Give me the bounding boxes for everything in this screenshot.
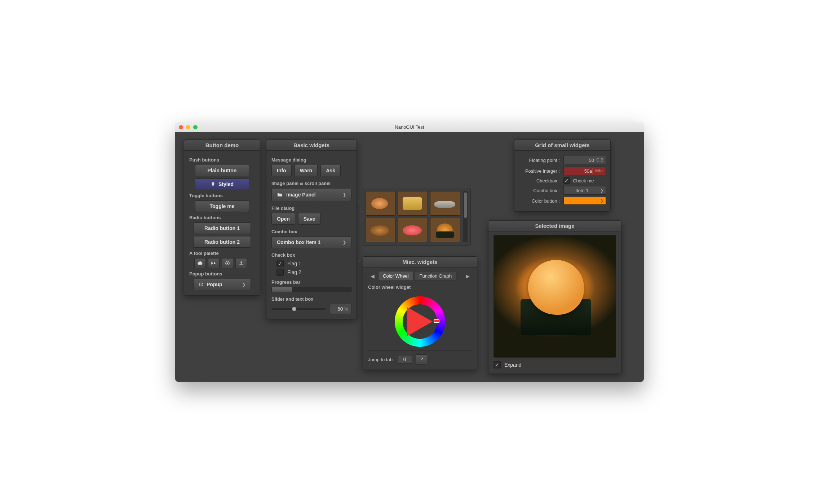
- grid-combo[interactable]: Item 1❯: [563, 186, 606, 195]
- popup-arrow-icon: [357, 198, 362, 205]
- chevron-right-icon: ❯: [600, 199, 603, 203]
- tool-ff-button[interactable]: [208, 258, 220, 268]
- label-file-dialog: File dialog: [271, 205, 351, 211]
- int-input[interactable]: 50aMhz: [563, 167, 606, 175]
- tool-install-button[interactable]: [235, 258, 247, 268]
- slider-knob[interactable]: [292, 306, 297, 311]
- info-button[interactable]: Info: [271, 165, 292, 176]
- radio-button-2[interactable]: Radio button 2: [193, 236, 251, 248]
- expand-checkbox[interactable]: [493, 361, 501, 368]
- label-popup-buttons: Popup buttons: [189, 271, 255, 277]
- panel-grid-widgets[interactable]: Grid of small widgets Floating point : 5…: [514, 140, 611, 212]
- label-toggle-buttons: Toggle buttons: [189, 193, 255, 198]
- float-input[interactable]: 50GiB: [563, 156, 606, 164]
- zoom-icon[interactable]: [193, 125, 198, 129]
- float-value: 50: [589, 158, 594, 163]
- grid-checkbox-text: Check me: [573, 178, 594, 184]
- color-form-label: Color button :: [519, 198, 560, 204]
- jump-label: Jump to tab:: [368, 357, 394, 362]
- panel-title[interactable]: Basic widgets: [266, 140, 357, 151]
- jump-go-button[interactable]: [416, 354, 427, 364]
- selected-image[interactable]: [493, 235, 616, 358]
- flag2-label: Flag 2: [287, 269, 301, 275]
- image-thumb[interactable]: [365, 191, 395, 216]
- image-thumb[interactable]: [430, 218, 460, 242]
- app-body: Button demo Push buttons Plain button St…: [175, 132, 644, 382]
- panel-button-demo[interactable]: Button demo Push buttons Plain button St…: [184, 140, 260, 296]
- traffic-lights: [179, 125, 198, 129]
- panel-title[interactable]: Misc. widgets: [363, 257, 477, 268]
- scrollbar[interactable]: [463, 191, 468, 242]
- panel-basic-widgets[interactable]: Basic widgets Message dialog Info Warn A…: [266, 140, 357, 319]
- image-thumb[interactable]: [398, 218, 428, 242]
- chevron-right-icon: ❯: [343, 240, 346, 245]
- label-check-box: Check box: [271, 252, 351, 258]
- label-slider: Slider and text box: [271, 296, 351, 302]
- install-icon: [239, 261, 244, 266]
- expand-label: Expand: [504, 362, 521, 368]
- label-color-wheel: Color wheel widget: [368, 284, 472, 290]
- label-combo-box: Combo box: [271, 229, 351, 234]
- jump-input[interactable]: 0: [398, 355, 412, 364]
- tab-prev-button[interactable]: ◀: [368, 272, 377, 280]
- close-icon[interactable]: [179, 125, 183, 129]
- label-message-dialog: Message dialog: [271, 157, 351, 163]
- grid-combo-value: Item 1: [566, 188, 598, 193]
- image-panel-popup: [362, 188, 471, 246]
- float-unit: GiB: [596, 158, 603, 163]
- image-panel-button[interactable]: Image Panel ❯: [271, 188, 351, 201]
- checkbox-form-label: Checkbox :: [519, 178, 560, 184]
- tool-cloud-button[interactable]: [194, 258, 206, 268]
- slider-textbox[interactable]: 50%: [330, 304, 351, 314]
- int-label: Positive integer :: [519, 168, 560, 174]
- toggle-button[interactable]: Toggle me: [195, 200, 249, 212]
- share-icon: [419, 357, 424, 362]
- progress-fill: [272, 287, 292, 292]
- combo-box[interactable]: Combo box item 1 ❯: [271, 236, 351, 248]
- ask-button[interactable]: Ask: [320, 165, 341, 176]
- tab-bar: ◀ Color Wheel Function Graph ▶: [368, 271, 472, 281]
- save-button[interactable]: Save: [298, 213, 321, 225]
- label-progress: Progress bar: [271, 279, 351, 285]
- tool-compass-button[interactable]: [222, 258, 233, 268]
- slider[interactable]: [271, 308, 326, 310]
- panel-selected-image[interactable]: Selected image Expand: [488, 220, 621, 374]
- panel-title[interactable]: Selected image: [488, 221, 621, 231]
- checkbox-flag1[interactable]: [276, 260, 284, 267]
- slider-value: 50: [337, 306, 343, 312]
- uni-shape: [528, 260, 584, 315]
- color-wheel[interactable]: [395, 296, 445, 347]
- plain-button[interactable]: Plain button: [195, 165, 249, 176]
- tab-next-button[interactable]: ▶: [463, 272, 472, 280]
- panel-title[interactable]: Button demo: [184, 140, 260, 151]
- popup-button[interactable]: Popup ❯: [193, 279, 251, 290]
- label-tool-palette: A tool palette: [189, 251, 255, 256]
- color-handle[interactable]: [434, 319, 439, 323]
- image-thumb[interactable]: [430, 191, 460, 216]
- scrollbar-thumb[interactable]: [464, 193, 467, 218]
- image-thumb[interactable]: [365, 218, 395, 242]
- chevron-right-icon: ❯: [343, 193, 346, 197]
- tab-function-graph[interactable]: Function Graph: [415, 271, 457, 281]
- fast-forward-icon: [211, 261, 217, 265]
- panel-misc-widgets[interactable]: Misc. widgets ◀ Color Wheel Function Gra…: [363, 256, 477, 370]
- tab-color-wheel[interactable]: Color Wheel: [378, 271, 413, 281]
- chevron-right-icon: ❯: [242, 282, 245, 287]
- flag1-label: Flag 1: [287, 261, 301, 266]
- rocket-icon: [211, 182, 216, 187]
- grid-checkbox[interactable]: [563, 177, 570, 184]
- styled-button[interactable]: Styled: [195, 178, 249, 190]
- radio-button-1[interactable]: Radio button 1: [193, 222, 251, 234]
- window-title: NanoGUI Test: [175, 124, 644, 130]
- minimize-icon[interactable]: [186, 125, 190, 129]
- titlebar[interactable]: NanoGUI Test: [175, 122, 644, 132]
- checkbox-flag2[interactable]: [276, 269, 284, 276]
- warn-button[interactable]: Warn: [295, 165, 318, 176]
- image-thumb[interactable]: [398, 191, 428, 216]
- panel-title[interactable]: Grid of small widgets: [514, 140, 610, 151]
- open-button[interactable]: Open: [271, 213, 295, 225]
- int-unit: Mhz: [595, 168, 603, 173]
- cloud-icon: [197, 261, 203, 265]
- color-button[interactable]: ❯: [563, 197, 606, 205]
- color-triangle[interactable]: [407, 307, 433, 336]
